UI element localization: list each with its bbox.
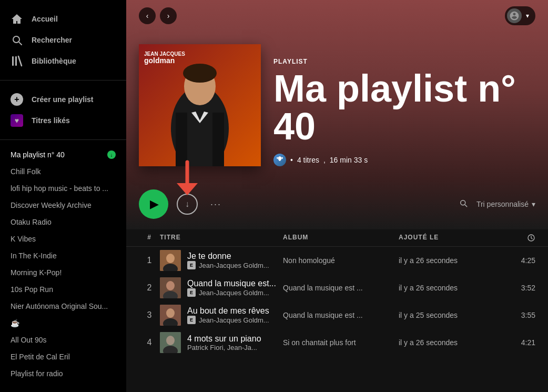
track-added-2: il y a 26 secondes — [399, 284, 493, 292]
track-name-4: 4 mots sur un piano — [187, 334, 261, 344]
library-icon — [11, 55, 23, 67]
track-thumb-4 — [160, 332, 181, 353]
track-artist-3: E Jean-Jacques Goldm... — [187, 316, 269, 324]
sidebar-item-rechercher[interactable]: Rechercher — [4, 29, 122, 51]
track-list-area: # TITRE ALBUM AJOUTÉ LE 1 Je te donne — [126, 229, 548, 392]
sidebar-item-create-playlist[interactable]: + Créer une playlist — [4, 89, 122, 110]
playlist-title: Ma playlist n° 40 — [273, 69, 535, 145]
more-options-button[interactable]: ··· — [206, 195, 226, 214]
sidebar-playlist-ma-playlist-40[interactable]: Ma playlist n° 40 ↓ — [4, 146, 122, 163]
sidebar-item-liked-songs[interactable]: ♥ Titres likés — [4, 110, 122, 131]
sidebar-actions: + Créer une playlist ♥ Titres likés — [0, 85, 126, 135]
track-thumb-1 — [160, 250, 181, 271]
sidebar-playlist-lofi[interactable]: lofi hip hop music - beats to ... — [4, 180, 122, 197]
svg-text:goldman: goldman — [144, 56, 175, 65]
playlist-name-1: Chill Folk — [11, 167, 41, 176]
svg-point-23 — [166, 308, 175, 318]
playlist-name-7: Morning K-Pop! — [11, 268, 62, 277]
track-num-4: 4 — [139, 338, 160, 347]
track-duration-3: 3:55 — [493, 311, 535, 319]
sidebar-playlist-cal-eril[interactable]: El Petit de Cal Eril — [4, 348, 122, 365]
track-name-artist-3: Au bout de mes rêves E Jean-Jacques Gold… — [187, 306, 269, 324]
album-art: JEAN JACQUES goldman — [139, 44, 261, 166]
sidebar-item-accueil[interactable]: Accueil — [4, 8, 122, 29]
sort-chevron-icon: ▾ — [532, 200, 535, 208]
explicit-badge-1: E — [187, 261, 196, 269]
svg-rect-1 — [15, 56, 17, 66]
sidebar-playlists: Ma playlist n° 40 ↓ Chill Folk lofi hip … — [0, 144, 126, 392]
table-row[interactable]: 3 Au bout de mes rêves E Jean-Jacques Go… — [126, 301, 548, 329]
sidebar-item-label-accueil: Accueil — [32, 15, 58, 23]
sidebar-playlist-nier[interactable]: Nier Autónoma Original Sou... — [4, 298, 122, 315]
plus-icon: + — [11, 93, 23, 106]
sidebar-playlist-discover[interactable]: Discover Weekly Archive — [4, 197, 122, 214]
explicit-badge-2: E — [187, 288, 196, 297]
main-header: ‹ › ▾ — [126, 0, 548, 32]
playlist-name-0: Ma playlist n° 40 — [11, 150, 65, 159]
sidebar-item-label-rechercher: Rechercher — [32, 36, 72, 44]
play-button[interactable]: ▶ — [139, 189, 168, 219]
table-row[interactable]: 1 Je te donne E Jean-Jacques Goldm... No… — [126, 247, 548, 274]
track-info-4: 4 mots sur un piano Patrick Fiori, Jean-… — [160, 332, 283, 353]
track-info-3: Au bout de mes rêves E Jean-Jacques Gold… — [160, 305, 283, 326]
sidebar-item-bibliotheque[interactable]: Bibliothèque — [4, 51, 122, 72]
sidebar-playlist-k-indie[interactable]: In The K-Indie — [4, 247, 122, 264]
playlist-name-3: Discover Weekly Archive — [11, 201, 92, 209]
playlist-name-10: ☕ — [11, 319, 19, 327]
track-name-2: Quand la musique est... — [187, 279, 276, 288]
header-title: TITRE — [160, 234, 283, 242]
playlist-name-11: All Out 90s — [11, 336, 46, 344]
track-thumb-2 — [160, 277, 181, 298]
play-icon: ▶ — [150, 197, 159, 211]
playlist-name-6: In The K-Indie — [11, 252, 57, 260]
playlist-name-2: lofi hip hop music - beats to ... — [11, 184, 108, 193]
sidebar-divider-1 — [0, 80, 126, 81]
sidebar-playlist-k-vibes[interactable]: K Vibes — [4, 230, 122, 247]
user-menu[interactable]: ▾ — [505, 6, 535, 25]
sidebar-playlist-chill-folk[interactable]: Chill Folk — [4, 163, 122, 180]
table-row[interactable]: 4 4 mots sur un piano Patrick Fiori, Jea… — [126, 329, 548, 356]
forward-button[interactable]: › — [160, 7, 177, 24]
search-icon — [11, 34, 23, 46]
sidebar-nav: Accueil Rechercher Bibliothèque — [0, 0, 126, 76]
playlist-name-8: 10s Pop Run — [11, 285, 53, 294]
track-duration-1: 4:25 — [493, 256, 535, 265]
sidebar-playlist-10s-pop[interactable]: 10s Pop Run — [4, 281, 122, 298]
svg-point-20 — [166, 281, 175, 290]
table-row[interactable]: 2 Quand la musique est... E Jean-Jacques… — [126, 274, 548, 301]
track-name-1: Je te donne — [187, 252, 269, 261]
track-name-artist-4: 4 mots sur un piano Patrick Fiori, Jean-… — [187, 334, 261, 351]
sidebar-playlist-radio[interactable]: Playlist for radio — [4, 365, 122, 382]
playlist-name-5: K Vibes — [11, 235, 36, 243]
sidebar-playlist-all-out[interactable]: All Out 90s — [4, 331, 122, 348]
svg-marker-14 — [177, 183, 198, 195]
search-tracks-button[interactable] — [459, 198, 468, 210]
album-art-placeholder: JEAN JACQUES goldman — [139, 44, 261, 166]
meta-dot-2: , — [323, 156, 326, 164]
track-artist-1: E Jean-Jacques Goldm... — [187, 261, 269, 269]
svg-point-26 — [166, 336, 175, 345]
download-button[interactable]: ↓ — [177, 194, 198, 215]
download-icon: ↓ — [185, 199, 189, 209]
sidebar-playlist-otaku[interactable]: Otaku Radio — [4, 214, 122, 230]
track-added-1: il y a 26 secondes — [399, 256, 493, 265]
sidebar-playlist-coffee[interactable]: ☕ — [4, 315, 122, 331]
red-arrow-icon — [171, 159, 203, 196]
meta-avatar-icon — [273, 154, 286, 166]
header-album: ALBUM — [283, 234, 399, 242]
back-button[interactable]: ‹ — [139, 7, 156, 24]
svg-rect-8 — [212, 113, 224, 166]
svg-point-17 — [166, 254, 175, 263]
sort-button[interactable]: Tri personnalisé ▾ — [476, 200, 535, 208]
playlist-name-4: Otaku Radio — [11, 218, 52, 226]
meta-duration: 16 min 33 s — [330, 156, 368, 164]
track-info-1: Je te donne E Jean-Jacques Goldm... — [160, 250, 283, 271]
nav-buttons: ‹ › — [139, 7, 177, 24]
track-album-4: Si on chantait plus fort — [283, 338, 399, 347]
download-btn-container: ↓ — [177, 194, 198, 215]
track-artist-4: Patrick Fiori, Jean-Ja... — [187, 344, 261, 351]
sidebar-playlist-morning-kpop[interactable]: Morning K-Pop! — [4, 264, 122, 281]
avatar — [507, 8, 522, 23]
chevron-down-icon: ▾ — [526, 12, 533, 19]
header-num: # — [139, 234, 160, 242]
